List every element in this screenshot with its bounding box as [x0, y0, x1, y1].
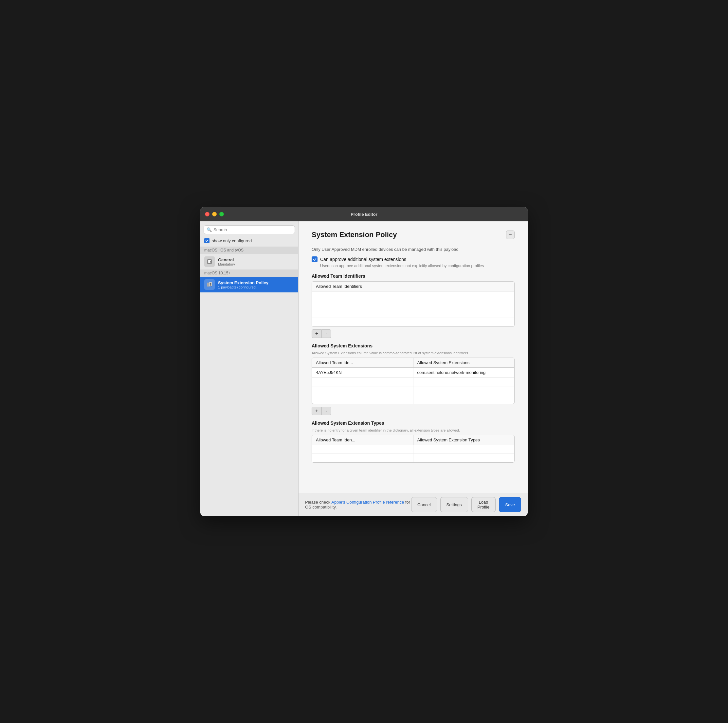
allowed-team-ids-title: Allowed Team Identifiers [312, 273, 515, 279]
sys-ext-row3-col1[interactable] [312, 386, 413, 395]
allowed-sys-ext-types-section: Allowed System Extension Types If there … [312, 420, 515, 463]
team-id-cell-2[interactable] [312, 300, 514, 309]
table-row[interactable] [312, 291, 514, 300]
sys-ext-row4-col2[interactable] [413, 395, 515, 404]
search-icon: 🔍 [206, 227, 212, 232]
load-profile-button[interactable]: Load Profile [471, 497, 496, 512]
close-button[interactable] [205, 212, 210, 216]
ext-types-header: Allowed Team Iden... Allowed System Exte… [312, 435, 514, 445]
sep-subtitle: 1 payload(s) configured. [218, 285, 268, 289]
cancel-button[interactable]: Cancel [411, 497, 437, 512]
team-id-cell-3[interactable] [312, 309, 514, 318]
main-window: Profile Editor 🔍 show only configured ma… [200, 207, 528, 516]
sys-ext-col1-header: Allowed Team Ide... [312, 358, 413, 368]
footer-buttons: Cancel Settings Load Profile Save [411, 497, 521, 512]
svg-rect-3 [208, 262, 211, 263]
save-button[interactable]: Save [499, 497, 521, 512]
allowed-sys-ext-types-table: Allowed Team Iden... Allowed System Exte… [312, 435, 515, 463]
allowed-sys-ext-types-note: If there is no entry for a given team id… [312, 428, 515, 432]
svg-rect-2 [208, 261, 210, 262]
window-body: 🔍 show only configured macOS, iOS and tv… [200, 221, 528, 516]
table-row[interactable] [312, 454, 514, 463]
apple-config-profile-link[interactable]: Apple's Configuration Profile reference [331, 500, 404, 505]
ext-types-col1-header: Allowed Team Iden... [312, 435, 413, 445]
team-id-cell-1[interactable] [312, 291, 514, 300]
payload-notice: Only User Approved MDM enrolled devices … [312, 247, 515, 252]
can-approve-desc: Users can approve additional system exte… [320, 263, 515, 268]
window-title: Profile Editor [350, 212, 378, 217]
footer-notice: Please check Apple's Configuration Profi… [305, 500, 411, 510]
sidebar-section-macos-ios: macOS, iOS and tvOS [200, 247, 298, 254]
table-row[interactable] [312, 386, 514, 395]
table-row[interactable] [312, 318, 514, 326]
sys-ext-remove-button[interactable]: - [321, 407, 331, 415]
sidebar-item-system-extension-policy[interactable]: System Extension Policy 1 payload(s) con… [200, 277, 298, 293]
allowed-sys-ext-note: Allowed System Extensions column value i… [312, 351, 515, 355]
search-box[interactable]: 🔍 [203, 225, 295, 234]
traffic-lights [205, 212, 224, 216]
allowed-sys-ext-section: Allowed System Extensions Allowed System… [312, 343, 515, 415]
table-row[interactable]: 4AYE5J54KN com.sentinelone.network-monit… [312, 368, 514, 378]
ext-types-col2-header: Allowed System Extension Types [413, 435, 515, 445]
settings-button[interactable]: Settings [440, 497, 468, 512]
sys-ext-row1-col2[interactable]: com.sentinelone.network-monitoring [413, 368, 515, 377]
sys-ext-row2-col1[interactable] [312, 378, 413, 386]
sidebar-section-macos-1015: macOS 10.15+ [200, 270, 298, 277]
collapse-button[interactable]: − [506, 231, 515, 239]
sys-ext-row1-col1[interactable]: 4AYE5J54KN [312, 368, 413, 377]
ext-types-row2-col2[interactable] [413, 454, 515, 463]
show-only-configured-label: show only configured [212, 238, 252, 243]
page-title: System Extension Policy [312, 231, 397, 239]
can-approve-checkbox[interactable] [312, 256, 318, 262]
sep-icon [204, 279, 215, 290]
allowed-sys-ext-types-title: Allowed System Extension Types [312, 420, 515, 426]
sys-ext-add-remove-btns: + - [312, 407, 515, 415]
allowed-sys-ext-title: Allowed System Extensions [312, 343, 515, 348]
ext-types-row1-col2[interactable] [413, 445, 515, 453]
search-input[interactable] [213, 227, 292, 232]
team-ids-add-remove-btns: + - [312, 329, 515, 338]
sys-ext-col2-header: Allowed System Extensions [413, 358, 515, 368]
sys-ext-row4-col1[interactable] [312, 395, 413, 404]
general-title: General [218, 257, 235, 262]
allowed-team-ids-col-header: Allowed Team Identifiers [312, 282, 514, 291]
svg-point-6 [210, 283, 211, 285]
footer: Please check Apple's Configuration Profi… [298, 493, 528, 516]
table-row[interactable] [312, 309, 514, 318]
can-approve-row[interactable]: Can approve additional system extensions [312, 256, 515, 262]
sys-ext-row2-col2[interactable] [413, 378, 515, 386]
sys-ext-header: Allowed Team Ide... Allowed System Exten… [312, 358, 514, 368]
footer-notice-text: Please check [305, 500, 331, 505]
content-area: System Extension Policy − Only User Appr… [298, 221, 528, 493]
table-row[interactable] [312, 445, 514, 454]
general-text: General Mandatory [218, 257, 235, 266]
allowed-team-ids-header: Allowed Team Identifiers [312, 282, 514, 291]
sys-ext-add-button[interactable]: + [312, 407, 321, 415]
sep-text: System Extension Policy 1 payload(s) con… [218, 280, 268, 289]
table-row[interactable] [312, 300, 514, 309]
sep-title: System Extension Policy [218, 280, 268, 285]
minimize-button[interactable] [212, 212, 217, 216]
maximize-button[interactable] [219, 212, 224, 216]
table-row[interactable] [312, 395, 514, 404]
ext-types-row2-col1[interactable] [312, 454, 413, 463]
allowed-team-ids-section: Allowed Team Identifiers Allowed Team Id… [312, 273, 515, 338]
show-only-configured-checkbox[interactable] [204, 238, 210, 243]
allowed-team-ids-table: Allowed Team Identifiers [312, 281, 515, 327]
team-ids-add-button[interactable]: + [312, 329, 321, 338]
general-icon [204, 256, 215, 267]
sys-ext-row3-col2[interactable] [413, 386, 515, 395]
content-header: System Extension Policy − [312, 231, 515, 239]
team-id-cell-4[interactable] [312, 318, 514, 326]
main-content: System Extension Policy − Only User Appr… [298, 221, 528, 516]
sidebar: 🔍 show only configured macOS, iOS and tv… [200, 221, 298, 516]
titlebar: Profile Editor [200, 207, 528, 221]
table-row[interactable] [312, 378, 514, 386]
allowed-sys-ext-table: Allowed Team Ide... Allowed System Exten… [312, 358, 515, 404]
svg-rect-1 [208, 260, 211, 261]
sidebar-item-general[interactable]: General Mandatory [200, 254, 298, 270]
general-subtitle: Mandatory [218, 262, 235, 266]
ext-types-row1-col1[interactable] [312, 445, 413, 453]
show-only-configured-row[interactable]: show only configured [200, 237, 298, 247]
team-ids-remove-button[interactable]: - [321, 329, 331, 338]
